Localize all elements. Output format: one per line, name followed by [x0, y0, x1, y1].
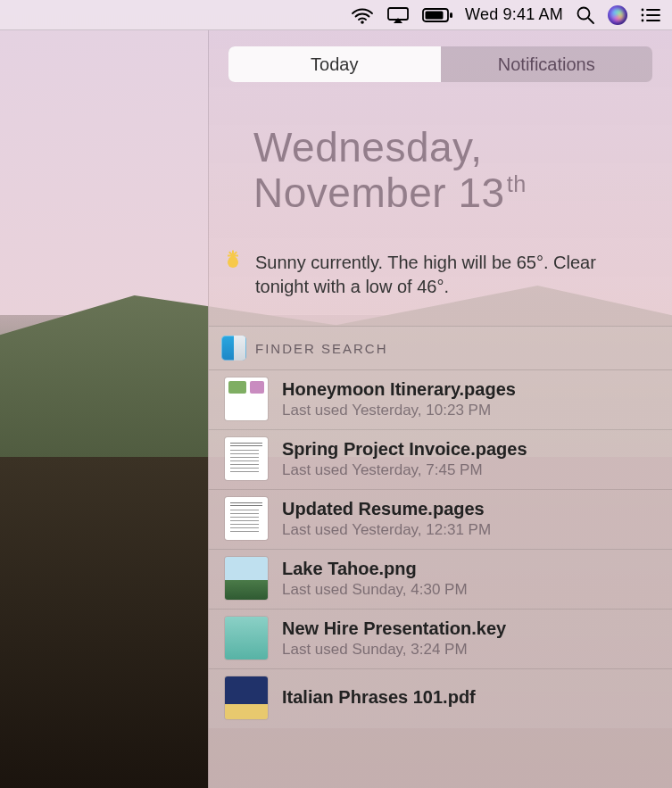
file-name: Italian Phrases 101.pdf	[282, 687, 476, 708]
finder-result-row[interactable]: Italian Phrases 101.pdf	[209, 669, 672, 728]
finder-result-row[interactable]: New Hire Presentation.key Last used Sund…	[209, 610, 672, 669]
weather-text: Sunny currently. The high will be 65°. C…	[255, 251, 651, 299]
file-name: Updated Resume.pages	[282, 499, 491, 519]
date-daynum: November 13	[253, 170, 505, 216]
svg-line-6	[589, 18, 594, 23]
wifi-icon[interactable]	[351, 0, 374, 29]
battery-icon[interactable]	[422, 0, 452, 29]
svg-point-11	[642, 19, 644, 21]
svg-rect-4	[426, 11, 444, 19]
siri-icon[interactable]	[608, 0, 627, 29]
today-date-header: Wednesday, November 13th	[209, 89, 672, 224]
file-thumbnail	[225, 676, 268, 719]
finder-search-header: FINDER SEARCH	[209, 327, 672, 370]
date-ordinal: th	[507, 171, 527, 196]
file-subtitle: Last used Yesterday, 12:31 PM	[282, 521, 491, 539]
notification-center-icon[interactable]	[640, 0, 661, 29]
menu-bar: Wed 9:41 AM	[0, 0, 672, 30]
file-subtitle: Last used Sunday, 3:24 PM	[282, 641, 506, 659]
notification-center-panel: Today Notifications Wednesday, November …	[208, 30, 672, 788]
svg-point-9	[642, 13, 644, 16]
tab-notifications[interactable]: Notifications	[441, 46, 653, 82]
finder-search-widget: FINDER SEARCH Honeymoon Itinerary.pages …	[209, 326, 672, 728]
file-subtitle: Last used Sunday, 4:30 PM	[282, 581, 468, 599]
svg-point-0	[361, 21, 364, 24]
date-line-2: November 13th	[253, 170, 645, 216]
finder-result-row[interactable]: Updated Resume.pages Last used Yesterday…	[209, 490, 672, 550]
file-name: New Hire Presentation.key	[282, 618, 506, 639]
finder-search-list: Honeymoon Itinerary.pages Last used Yest…	[209, 370, 672, 728]
file-subtitle: Last used Yesterday, 7:45 PM	[282, 461, 527, 479]
menu-bar-clock[interactable]: Wed 9:41 AM	[465, 0, 563, 29]
sun-icon	[223, 253, 243, 272]
file-thumbnail	[225, 617, 268, 659]
airplay-icon[interactable]	[386, 0, 410, 29]
finder-search-title: FINDER SEARCH	[255, 341, 388, 356]
spotlight-icon[interactable]	[576, 0, 595, 29]
finder-icon	[221, 336, 246, 361]
file-name: Honeymoon Itinerary.pages	[282, 379, 516, 400]
svg-point-7	[642, 8, 644, 11]
file-thumbnail	[225, 437, 268, 480]
finder-result-row[interactable]: Spring Project Invoice.pages Last used Y…	[209, 430, 672, 490]
file-name: Lake Tahoe.png	[282, 559, 468, 579]
file-thumbnail	[225, 557, 268, 600]
tab-today[interactable]: Today	[228, 46, 441, 82]
file-subtitle: Last used Yesterday, 10:23 PM	[282, 402, 516, 419]
today-notifications-segmented: Today Notifications	[228, 46, 652, 82]
file-thumbnail	[225, 377, 268, 420]
finder-result-row[interactable]: Honeymoon Itinerary.pages Last used Yest…	[209, 370, 672, 430]
finder-result-row[interactable]: Lake Tahoe.png Last used Sunday, 4:30 PM	[209, 550, 672, 610]
file-thumbnail	[225, 497, 268, 540]
svg-rect-3	[450, 12, 452, 18]
svg-point-5	[578, 7, 590, 19]
weather-widget[interactable]: Sunny currently. The high will be 65°. C…	[209, 224, 672, 326]
date-line-1: Wednesday,	[253, 125, 645, 170]
file-name: Spring Project Invoice.pages	[282, 439, 527, 460]
